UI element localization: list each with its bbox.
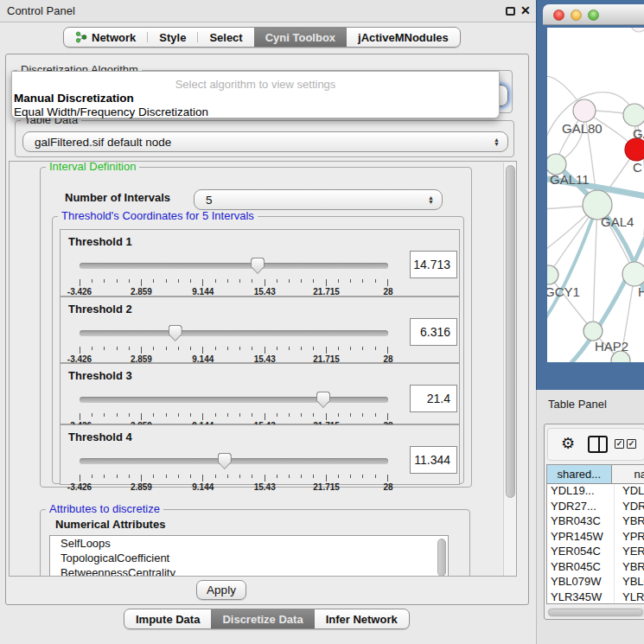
attribute-item[interactable]: SelfLoops [50, 536, 448, 551]
tick-label: 28 [383, 482, 392, 492]
table-row[interactable]: YDL19...YDL1 [547, 484, 644, 500]
cell-name[interactable]: YLR3 [615, 590, 644, 605]
network-view-window[interactable]: GAL80 GA C GAL11 GAL4 GCY1 H HAP2 [536, 0, 644, 390]
slider-track[interactable] [80, 397, 388, 403]
cell-name[interactable]: YPR1 [615, 530, 644, 545]
table-panel: Table Panel ⚙ ✓ ✓ shared... na YDL19...Y… [536, 390, 644, 644]
tick-mark [301, 475, 302, 478]
slider-thumb[interactable] [251, 258, 265, 274]
tick-mark [117, 413, 118, 417]
float-window-icon[interactable] [506, 7, 515, 16]
table-row[interactable]: YBR043CYBR0 [547, 514, 644, 530]
slider-track[interactable] [80, 458, 388, 464]
cell-name[interactable]: YBL0 [615, 575, 644, 590]
cell-name[interactable]: YDR2 [615, 500, 644, 515]
cell-shared-name[interactable]: YPR145W [547, 530, 615, 545]
threshold-3-slider[interactable] [80, 390, 388, 411]
cell-shared-name[interactable]: YLR345W [547, 590, 615, 605]
tick-mark [129, 413, 130, 417]
threshold-1-value-field[interactable]: 14.713 [410, 251, 457, 278]
main-scrollbar-thumb[interactable] [506, 165, 515, 498]
tab-style[interactable]: Style [148, 28, 197, 47]
tick-mark [362, 347, 363, 350]
tick-mark [350, 475, 351, 478]
close-traffic-light[interactable] [553, 10, 564, 21]
slider-tick-labels: -3.4262.8599.14415.4321.71528 [80, 287, 388, 296]
network-canvas[interactable]: GAL80 GA C GAL11 GAL4 GCY1 H HAP2 [547, 28, 644, 362]
apply-button[interactable]: Apply [196, 580, 246, 600]
node-label-c: C [633, 160, 642, 175]
cell-shared-name[interactable]: YER054C [547, 545, 615, 560]
table-data-combobox[interactable]: galFiltered.sif default node ▲▼ [22, 131, 508, 152]
cell-shared-name[interactable]: YDL19... [547, 484, 615, 500]
tab-cyni-toolbox[interactable]: Cyni Toolbox [254, 28, 347, 47]
slider-track[interactable] [80, 263, 388, 269]
cell-shared-name[interactable]: YDR27... [547, 500, 615, 515]
cell-name[interactable]: YBR0 [615, 514, 644, 530]
table-row[interactable]: YBR045CYBR0 [547, 560, 644, 576]
table-hscrollbar-thumb[interactable] [548, 609, 643, 616]
threshold-2-value-field[interactable]: 6.316 [410, 318, 457, 346]
tab-impute-data[interactable]: Impute Data [124, 609, 211, 628]
node-table[interactable]: shared... na YDL19...YDL1YDR27...YDR2YBR… [546, 464, 644, 604]
attributes-group-label: Attributes to discretize [46, 503, 163, 515]
numerical-attributes-list[interactable]: SelfLoopsTopologicalCoefficientBetweenne… [49, 535, 449, 577]
slider-thumb[interactable] [169, 325, 182, 341]
tab-cyni-label: Cyni Toolbox [265, 31, 335, 44]
table-hscrollbar-track[interactable] [547, 608, 644, 617]
minimize-traffic-light[interactable] [571, 10, 582, 21]
tick-mark [117, 475, 118, 478]
checkbox-icon[interactable]: ✓ [615, 439, 624, 449]
tab-infer-network[interactable]: Infer Network [315, 609, 409, 628]
slider-thumb[interactable] [218, 453, 232, 469]
threshold-1-slider[interactable] [80, 256, 388, 277]
option-equal-width-frequency[interactable]: Equal Width/Frequency Discretization [14, 105, 208, 118]
table-row[interactable]: YBL079WYBL0 [547, 575, 644, 590]
tab-discretize-data[interactable]: Discretize Data [211, 609, 314, 628]
tab-select[interactable]: Select [198, 28, 253, 47]
threshold-3-value-field[interactable]: 21.4 [410, 385, 457, 412]
tick-mark [104, 279, 105, 283]
gear-icon[interactable]: ⚙ [561, 435, 575, 452]
close-icon[interactable]: ✕ [520, 3, 531, 17]
combo-arrows-icon: ▲▼ [428, 195, 434, 204]
number-of-intervals-combobox[interactable]: 5 ▲▼ [194, 189, 443, 210]
tick-mark [313, 347, 314, 350]
column-header-shared-name[interactable]: shared... [547, 465, 612, 483]
threshold-4-slider[interactable] [80, 451, 388, 472]
cell-shared-name[interactable]: YBR043C [547, 514, 615, 530]
option-manual-discretization[interactable]: Manual Discretization [14, 92, 134, 105]
tick-mark [265, 279, 265, 286]
cell-shared-name[interactable]: YBL079W [547, 575, 615, 590]
checkbox-icon[interactable]: ✓ [627, 439, 636, 449]
tick-mark [202, 413, 203, 420]
table-row[interactable]: YDR27...YDR2 [547, 500, 644, 515]
slider-track[interactable] [80, 330, 388, 336]
table-row[interactable]: YPR145WYPR1 [547, 530, 644, 545]
main-scrollbar-track[interactable] [503, 163, 517, 576]
cell-name[interactable]: YDL1 [615, 484, 644, 500]
tick-mark [265, 413, 265, 420]
split-columns-icon[interactable] [588, 436, 608, 453]
threshold-4-value-field[interactable]: 11.344 [410, 446, 457, 474]
network-icon [75, 31, 87, 43]
tab-network[interactable]: Network [64, 28, 147, 47]
algorithm-dropdown-popup: Select algorithm to view settings Manual… [11, 71, 500, 118]
list-scrollbar[interactable] [437, 539, 446, 577]
table-row[interactable]: YER054CYER0 [547, 545, 644, 560]
cell-name[interactable]: YBR0 [615, 560, 644, 576]
tab-jactivemnodules[interactable]: jActiveMNodules [347, 28, 460, 47]
zoom-traffic-light[interactable] [588, 10, 599, 21]
network-window-titlebar[interactable] [543, 4, 644, 25]
tick-mark [350, 413, 351, 417]
column-header-name[interactable]: na [612, 465, 644, 483]
cell-shared-name[interactable]: YBR045C [547, 560, 615, 576]
attribute-item[interactable]: BetweennessCentrality [50, 565, 448, 577]
table-row[interactable]: YLR345WYLR3 [547, 590, 644, 605]
tick-mark [92, 413, 92, 417]
slider-thumb[interactable] [316, 392, 330, 408]
attribute-item[interactable]: TopologicalCoefficient [50, 551, 448, 565]
cell-name[interactable]: YER0 [615, 545, 644, 560]
threshold-2-slider[interactable] [80, 323, 388, 344]
tick-mark [202, 475, 203, 481]
